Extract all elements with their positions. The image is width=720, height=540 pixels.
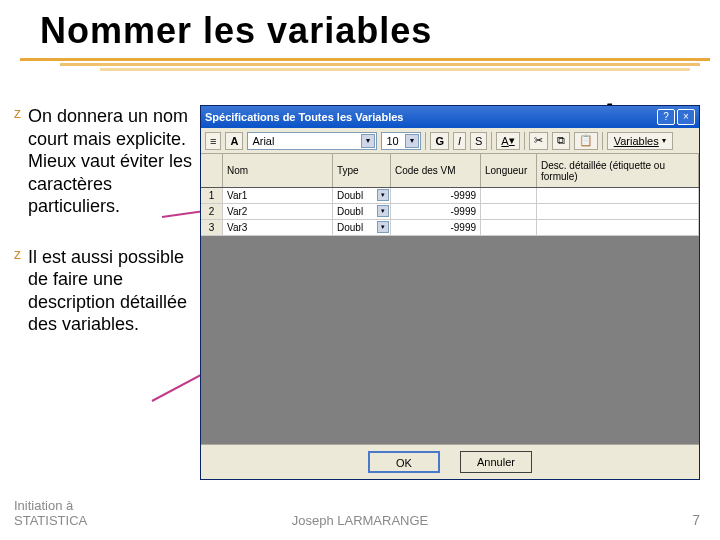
grid-header: Nom Type Code des VM Longueur Desc. déta… — [201, 154, 699, 188]
separator — [524, 132, 525, 150]
help-button[interactable]: ? — [657, 109, 675, 125]
chevron-down-icon: ▾ — [377, 221, 389, 233]
col-desc[interactable]: Desc. détaillée (étiquette ou formule) — [537, 154, 699, 187]
chevron-down-icon: ▾ — [361, 134, 375, 148]
chevron-down-icon: ▾ — [662, 136, 666, 145]
table-row: 1 Var1 Doubl▾ -9999 — [201, 188, 699, 204]
font-label-button[interactable]: A — [225, 132, 243, 150]
italic-button[interactable]: I — [453, 132, 466, 150]
page-number: 7 — [692, 512, 700, 528]
separator — [425, 132, 426, 150]
cell-longueur[interactable] — [481, 220, 537, 235]
col-longueur[interactable]: Longueur — [481, 154, 537, 187]
dialog-titlebar: Spécifications de Toutes les Variables ?… — [201, 106, 699, 128]
col-type[interactable]: Type — [333, 154, 391, 187]
strike-button[interactable]: S — [470, 132, 487, 150]
grid: Nom Type Code des VM Longueur Desc. déta… — [201, 154, 699, 444]
close-button[interactable]: × — [677, 109, 695, 125]
slide-title: Nommer les variables — [40, 10, 432, 52]
cell-nom[interactable]: Var2 — [223, 204, 333, 219]
bullet-list: On donnera un nom court mais explicite. … — [14, 105, 194, 364]
row-index: 2 — [201, 204, 223, 219]
font-color-button[interactable]: A ▾ — [496, 132, 519, 150]
grid-empty — [201, 236, 699, 444]
cell-desc[interactable] — [537, 204, 699, 219]
row-index: 3 — [201, 220, 223, 235]
font-size: 10 — [386, 135, 398, 147]
title-underline — [0, 58, 720, 68]
chevron-down-icon: ▾ — [377, 205, 389, 217]
cell-code[interactable]: -9999 — [391, 204, 481, 219]
col-code[interactable]: Code des VM — [391, 154, 481, 187]
dialog-buttons: OK Annuler — [201, 444, 699, 479]
cell-desc[interactable] — [537, 188, 699, 203]
font-size-combo[interactable]: 10 ▾ — [381, 132, 421, 150]
cell-longueur[interactable] — [481, 204, 537, 219]
table-row: 3 Var3 Doubl▾ -9999 — [201, 220, 699, 236]
toolbar: ≡ A Arial ▾ 10 ▾ G I S A ▾ ✂ ⧉ 📋 Variabl… — [201, 128, 699, 154]
cell-code[interactable]: -9999 — [391, 188, 481, 203]
bold-button[interactable]: G — [430, 132, 449, 150]
col-nom[interactable]: Nom — [223, 154, 333, 187]
font-combo[interactable]: Arial ▾ — [247, 132, 377, 150]
separator — [602, 132, 603, 150]
cell-nom[interactable]: Var1 — [223, 188, 333, 203]
cell-code[interactable]: -9999 — [391, 220, 481, 235]
chevron-down-icon: ▾ — [377, 189, 389, 201]
cell-type[interactable]: Doubl▾ — [333, 188, 391, 203]
chevron-down-icon: ▾ — [405, 134, 419, 148]
variables-dialog: Spécifications de Toutes les Variables ?… — [200, 105, 700, 480]
bullet-item: Il est aussi possible de faire une descr… — [14, 246, 194, 336]
cell-type[interactable]: Doubl▾ — [333, 204, 391, 219]
bullet-item: On donnera un nom court mais explicite. … — [14, 105, 194, 218]
font-name: Arial — [252, 135, 274, 147]
cell-desc[interactable] — [537, 220, 699, 235]
cut-icon[interactable]: ✂ — [529, 132, 548, 150]
col-index — [201, 154, 223, 187]
variables-label: Variables — [614, 135, 659, 147]
cancel-button[interactable]: Annuler — [460, 451, 532, 473]
separator — [491, 132, 492, 150]
paste-icon[interactable]: 📋 — [574, 132, 598, 150]
copy-icon[interactable]: ⧉ — [552, 132, 570, 150]
align-icon[interactable]: ≡ — [205, 132, 221, 150]
row-index: 1 — [201, 188, 223, 203]
cell-nom[interactable]: Var3 — [223, 220, 333, 235]
cell-longueur[interactable] — [481, 188, 537, 203]
dialog-title: Spécifications de Toutes les Variables — [205, 111, 655, 123]
footer-center: Joseph LARMARANGE — [0, 513, 720, 528]
ok-button[interactable]: OK — [368, 451, 440, 473]
variables-button[interactable]: Variables ▾ — [607, 132, 673, 150]
cell-type[interactable]: Doubl▾ — [333, 220, 391, 235]
table-row: 2 Var2 Doubl▾ -9999 — [201, 204, 699, 220]
